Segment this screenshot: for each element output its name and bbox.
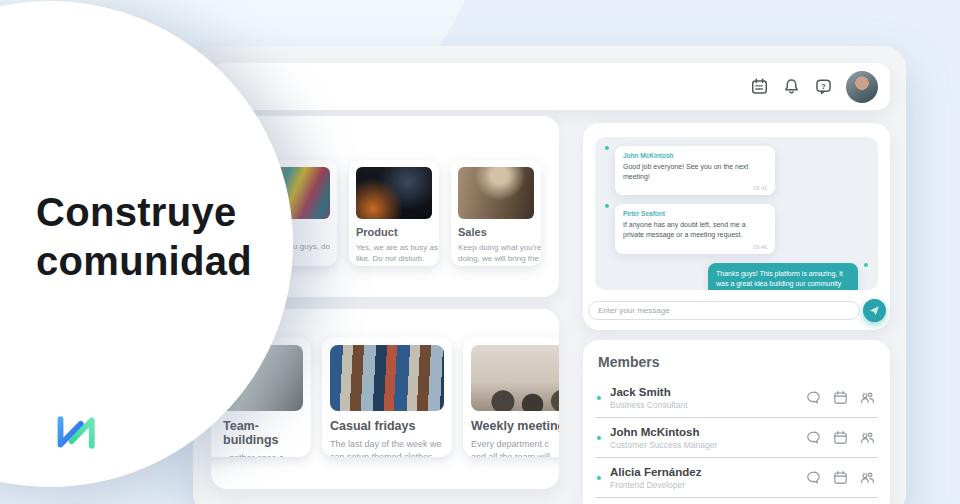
user-avatar[interactable] — [846, 71, 878, 103]
avatar-john — [605, 146, 609, 150]
chat-message-own: Thanks guys! This platform is amazing, i… — [605, 263, 868, 290]
avatar-alicia — [597, 476, 601, 480]
member-row-john[interactable]: John McKintosh Customer Success Manager — [595, 418, 878, 458]
members-icon[interactable] — [859, 469, 876, 486]
help-icon[interactable]: ? — [814, 77, 833, 96]
card-product[interactable]: Product Yes, we are as busy as it looks … — [349, 160, 439, 266]
member-row-alicia[interactable]: Alicia Fernández Frontend Developer — [595, 458, 878, 498]
sales-meeting-photo — [458, 167, 534, 219]
card-casual-fridays[interactable]: Casual fridays The last day of the week … — [322, 337, 452, 457]
svg-text:?: ? — [821, 82, 826, 91]
nectios-logo-icon — [46, 404, 104, 462]
send-button[interactable] — [863, 299, 886, 322]
calendar-icon[interactable] — [832, 429, 849, 446]
calendar-icon[interactable] — [832, 389, 849, 406]
chat-bubble-icon[interactable] — [805, 469, 822, 486]
chat-message: John McKintosh Good job everyone! See yo… — [605, 146, 868, 195]
members-icon[interactable] — [859, 389, 876, 406]
office-meeting-photo — [471, 345, 559, 411]
bell-icon[interactable] — [782, 77, 801, 96]
hanging-clothes-photo — [330, 345, 444, 411]
app-header: ? — [211, 63, 890, 110]
send-plane-icon — [868, 304, 881, 317]
message-input[interactable] — [588, 301, 860, 320]
members-heading: Members — [598, 354, 659, 370]
chat-bubble-icon[interactable] — [805, 389, 822, 406]
hero-title: Construye comunidad — [36, 188, 252, 286]
avatar-jack — [597, 396, 601, 400]
chat-messages-area: John McKintosh Good job everyone! See yo… — [595, 137, 878, 290]
chat-message: Peter Seafont If anyone has any doubt le… — [605, 204, 868, 253]
members-icon[interactable] — [859, 429, 876, 446]
member-row-jack[interactable]: Jack Smith Business Consultant — [595, 378, 878, 418]
avatar-john-member — [597, 436, 601, 440]
avatar-peter — [605, 204, 609, 208]
chat-panel: John McKintosh Good job everyone! See yo… — [583, 123, 890, 330]
calendar-icon[interactable] — [832, 469, 849, 486]
code-screens-photo — [356, 167, 432, 219]
members-panel: Members Jack Smith Business Consultant — [583, 340, 890, 504]
calendar-icon[interactable] — [750, 77, 769, 96]
avatar-self — [864, 263, 868, 267]
card-sales[interactable]: Sales Keep doing what you're doing, we w… — [451, 160, 541, 266]
chat-bubble-icon[interactable] — [805, 429, 822, 446]
card-weekly-meeting[interactable]: Weekly meeting Every department c and al… — [463, 337, 559, 457]
